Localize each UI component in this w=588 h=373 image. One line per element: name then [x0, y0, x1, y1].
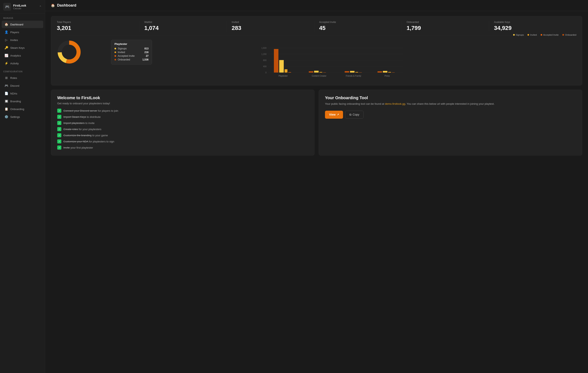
- stat-accepted-invite-value: 45: [319, 25, 397, 31]
- branding-icon: 🔲: [4, 99, 8, 103]
- external-link-icon: ↗: [337, 113, 339, 116]
- sidebar-item-settings[interactable]: ⚙️ Settings: [2, 113, 43, 121]
- sidebar-item-roles[interactable]: ⊞ Roles: [2, 74, 43, 81]
- chart-area: Signups Invited Accepted Invite Onb: [57, 40, 576, 81]
- checklist-link: Customize the branding: [63, 134, 92, 137]
- sidebar-item-label: Invites: [10, 39, 18, 42]
- checklist-item: ✓ Invite your first playtester: [57, 145, 308, 150]
- stat-invited-label: Invited: [232, 21, 309, 24]
- checklist-link: Create roles: [63, 128, 78, 131]
- copy-button[interactable]: ⧉ Copy: [345, 111, 364, 119]
- tooltip-invited-dot: [115, 51, 116, 53]
- checklist-rest: for your playtesters: [78, 128, 101, 131]
- stat-available-keys-value: 34,929: [494, 25, 571, 31]
- sidebar-item-label: Branding: [10, 100, 21, 103]
- players-icon: 👤: [4, 30, 8, 34]
- svg-rect-15: [284, 69, 287, 72]
- tooltip-onboarded-value: 1,536: [142, 58, 148, 61]
- checklist-text: Import Steam Keys to distribute: [63, 115, 101, 119]
- page-header: 🏠 Dashboard: [45, 0, 588, 11]
- stat-waitlist-value: 1,074: [144, 25, 221, 31]
- svg-rect-14: [279, 60, 284, 72]
- stat-available-keys: Available Keys 34,929: [489, 21, 576, 31]
- checklist-text: Import playtesters to invite: [63, 121, 94, 125]
- checklist-link: Invite: [63, 146, 70, 149]
- check-icon: ✓: [57, 145, 61, 150]
- svg-text:Friends & Family: Friends & Family: [346, 75, 361, 77]
- svg-rect-28: [378, 71, 382, 72]
- sidebar-item-activity[interactable]: ⚡ Activity: [2, 60, 43, 67]
- sidebar-item-ndas[interactable]: 📄 NDAs: [2, 90, 43, 97]
- sidebar-item-invites[interactable]: ▷ Invites: [2, 36, 43, 44]
- onboarding-url[interactable]: demo.firstlook.gg: [385, 102, 405, 105]
- sidebar-item-players[interactable]: 👤 Players: [2, 29, 43, 36]
- sidebar-item-discord[interactable]: 🎮 Discord: [2, 82, 43, 89]
- checklist-item: ✓ Customize the branding to your game: [57, 133, 308, 137]
- legend-signups-dot: [513, 34, 515, 36]
- dashboard-content: Total Players 3,201 Waitlist 1,074 Invit…: [45, 11, 588, 161]
- sidebar-item-label: Onboarding: [10, 108, 24, 111]
- legend-invited-label: Invited: [530, 34, 537, 36]
- stats-card: Total Players 3,201 Waitlist 1,074 Invit…: [51, 16, 582, 85]
- stat-invited: Invited 283: [227, 21, 314, 31]
- tooltip-invited-label: Invited: [118, 51, 125, 54]
- stat-invited-value: 283: [232, 25, 309, 31]
- sidebar-item-onboarding[interactable]: 📋 Onboarding: [2, 105, 43, 113]
- activity-icon: ⚡: [4, 61, 8, 65]
- checklist-text: Invite your first playtester: [63, 146, 93, 149]
- welcome-subtitle: Get ready to onboard your playtesters to…: [57, 102, 308, 105]
- home-icon: 🏠: [4, 22, 8, 26]
- ndas-icon: 📄: [4, 92, 8, 95]
- chevron-icon: ⌃: [39, 5, 42, 8]
- view-button[interactable]: View ↗: [325, 111, 343, 119]
- checklist-link: Customize your NDA: [63, 140, 88, 143]
- copy-button-label: Copy: [353, 113, 359, 116]
- sidebar-item-label: Dashboard: [10, 23, 23, 26]
- onboarding-buttons: View ↗ ⧉ Copy: [325, 111, 576, 119]
- checklist-item: ✓ Import Steam Keys to distribute: [57, 115, 308, 119]
- check-icon: ✓: [57, 133, 61, 137]
- onboarding-icon: 📋: [4, 107, 8, 111]
- manage-section-label: MANAGE: [0, 14, 45, 20]
- svg-text:Content Creator: Content Creator: [312, 75, 326, 77]
- legend-invited-dot: [527, 34, 529, 36]
- legend-onboarded: Onboarded: [562, 34, 576, 36]
- stat-total-players: Total Players 3,201: [57, 21, 139, 31]
- welcome-card: Welcome to FirstLook Get ready to onboar…: [51, 90, 315, 156]
- stat-available-keys-label: Available Keys: [494, 21, 571, 24]
- sidebar-item-label: Activity: [10, 62, 19, 65]
- bar-chart-area: Signups Invited Accepted Invite Onb: [86, 40, 576, 81]
- onboarding-title: Your Onboarding Tool: [325, 95, 576, 100]
- sidebar-item-dashboard[interactable]: 🏠 Dashboard: [2, 21, 43, 28]
- onboarding-desc-before: Your public facing onboarding tool can b…: [325, 102, 385, 105]
- checklist-link: Connect your Discord server: [63, 109, 97, 112]
- app-logo[interactable]: 🎮 FirstLook Casuals ⌃: [0, 0, 45, 14]
- checklist-rest: to your game: [92, 134, 108, 137]
- sidebar-item-label: Discord: [10, 84, 19, 87]
- sidebar-item-branding[interactable]: 🔲 Branding: [2, 98, 43, 105]
- sidebar-item-analytics[interactable]: 📈 Analytics: [2, 52, 43, 59]
- chart-legend: Signups Invited Accepted Invite Onb: [513, 34, 576, 36]
- tooltip-accepted-label: Accepted Invite: [118, 54, 135, 57]
- sidebar-item-steam-keys[interactable]: 🔑 Steam Keys: [2, 44, 43, 51]
- app-name: FirstLook: [13, 4, 37, 7]
- legend-onboarded-label: Onboarded: [565, 34, 576, 36]
- donut-chart: [57, 40, 82, 64]
- stat-accepted-invite: Accepted Invite 45: [314, 21, 402, 31]
- configuration-section-label: CONFIGURATION: [0, 67, 45, 74]
- legend-accepted-dot: [541, 34, 542, 36]
- tooltip-signups-value: 813: [144, 47, 148, 50]
- tooltip-row-invited: Invited 216: [115, 51, 148, 54]
- legend-signups-label: Signups: [516, 34, 524, 36]
- stat-accepted-invite-label: Accepted Invite: [319, 21, 397, 24]
- app-icon: 🎮: [3, 3, 11, 11]
- onboarding-desc-after: . You can share this below url with peop…: [405, 102, 494, 105]
- sidebar-item-label: NDAs: [10, 92, 17, 95]
- sidebar-item-label: Steam Keys: [10, 46, 25, 49]
- legend-accepted-label: Accepted Invite: [543, 34, 559, 36]
- stat-onboarded-value: 1,799: [407, 25, 484, 31]
- checklist-rest: your first playtester: [70, 146, 93, 149]
- checklist-link: Import Steam Keys: [63, 115, 86, 119]
- checklist-item: ✓ Customize your NDA for playtesters to …: [57, 139, 308, 143]
- app-subtitle: Casuals: [13, 7, 37, 10]
